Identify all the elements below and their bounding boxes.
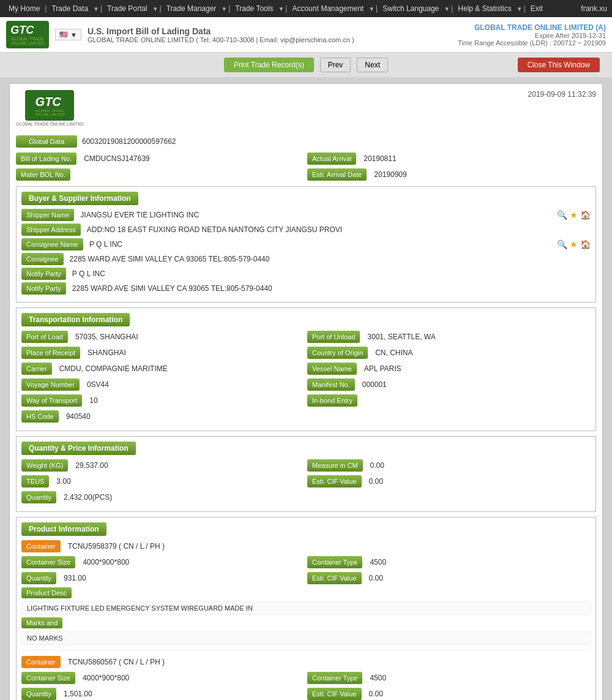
next-button[interactable]: Next: [357, 58, 388, 72]
nav-switch-lang[interactable]: Switch Language: [379, 2, 442, 15]
transport-section: Transportation Information Port of Load …: [16, 307, 596, 431]
carrier-label: Carrier: [21, 363, 52, 375]
mater-bol-row: Mater BOL No. Esti. Arrival Date 2019090…: [16, 168, 596, 181]
receipt-origin-row: Place of Receipt SHANGHAI Country of Ori…: [21, 346, 591, 359]
logo-sub: GLOBAL TRADEONLINE LIMITED: [10, 37, 45, 45]
doc-logo-text: GTC: [35, 95, 65, 109]
quantity-right: [307, 491, 591, 504]
way-of-transport-col: Way of Transport 10: [21, 394, 305, 407]
consignee-search-icon[interactable]: 🔍: [557, 239, 567, 249]
main-content: GTC GLOBAL TRADEONLINE LIMITED GLOBAL TR…: [0, 77, 612, 700]
carrier-value: CMDU, COMPAGNIE MARITIME: [54, 362, 305, 375]
measure-cm-label: Measure in CM: [307, 459, 363, 472]
nav-account-mgmt[interactable]: Account Management: [288, 2, 367, 15]
doc-timestamp: 2019-09-09 11:32:39: [528, 90, 596, 99]
bol-right: Actual Arrival 20190811: [307, 152, 596, 165]
quantity-row: Quantity 2,432.00(PCS): [21, 491, 591, 504]
nav-exit[interactable]: Exit: [527, 2, 547, 15]
c1-qty-col: Quantity 931.00: [21, 571, 305, 585]
shipper-home-icon[interactable]: 🏠: [580, 210, 591, 220]
product-header: Product Information: [21, 522, 106, 536]
buyer-supplier-section: Buyer & Supplier Information Shipper Nam…: [16, 186, 596, 303]
c2-cif-col: Esti. CIF Value 0.00: [307, 687, 591, 700]
print-button[interactable]: Print Trade Record(s): [224, 58, 314, 72]
logo-text: GTC: [10, 24, 45, 37]
flag-selector[interactable]: 🇺🇸 ▼: [55, 29, 81, 40]
c2-type-col: Container Type 4500: [307, 671, 591, 685]
shipper-address-label: Shipper Address: [21, 224, 81, 236]
bol-label: Bill of Lading No.: [16, 152, 76, 165]
country-of-origin-label: Country of Origin: [307, 347, 368, 359]
nav-trade-data[interactable]: Trade Data: [48, 2, 92, 15]
hs-code-right: [307, 410, 591, 423]
container2-id-row: Container TCNU5860567 ( CN / L / PH ): [21, 650, 591, 669]
shipper-star-icon[interactable]: ★: [570, 210, 578, 220]
carrier-vessel-row: Carrier CMDU, COMPAGNIE MARITIME Vessel …: [21, 362, 591, 375]
voyage-manifest-row: Voyage Number 0SV44 Manifest No. 000001: [21, 378, 591, 391]
container1-type-value: 4500: [365, 555, 591, 569]
nav-my-home[interactable]: My Home: [5, 2, 43, 15]
page-title: U.S. Import Bill of Lading Data: [88, 26, 354, 36]
container1-label: Container: [21, 540, 61, 552]
marks1-value: NO MARKS: [21, 631, 591, 645]
nav-trade-tools[interactable]: Trade Tools: [231, 2, 277, 15]
document-card: GTC GLOBAL TRADEONLINE LIMITED GLOBAL TR…: [9, 83, 603, 700]
c1-size-col: Container Size 4000*900*800: [21, 555, 305, 569]
doc-logo-img: GTC GLOBAL TRADEONLINE LIMITED: [25, 90, 74, 121]
voyage-number-label: Voyage Number: [21, 378, 80, 391]
nav-trade-manager[interactable]: Trade Manager: [163, 2, 220, 15]
actual-arrival-value: 20190811: [359, 152, 596, 165]
shipper-name-row: Shipper Name JIANGSU EVER TIE LIGHTING I…: [21, 209, 591, 221]
flag-dropdown-icon: ▼: [70, 31, 77, 39]
notify-party1-row: Notify Party P Q L INC: [21, 268, 591, 280]
container1-cif-label: Esti. CIF Value: [307, 572, 362, 584]
doc-logo-company: GLOBAL TRADE ONLINE LIMITED: [16, 122, 84, 126]
nav-help-stats[interactable]: Help & Statistics: [454, 2, 515, 15]
shipper-name-label: Shipper Name: [21, 209, 74, 221]
consignee-full: Consignee 2285 WARD AVE SIMI VALLEY CA 9…: [21, 253, 591, 265]
esti-cif-value: 0.00: [364, 475, 591, 488]
global-data-value: 60032019081200000597662: [77, 135, 596, 148]
global-data-label: Global Data: [16, 135, 77, 148]
shipper-address-full: Shipper Address ADD:NO 18 EAST FUXING RO…: [21, 224, 591, 236]
page-header: GTC GLOBAL TRADEONLINE LIMITED 🇺🇸 ▼ U.S.…: [0, 17, 612, 53]
carrier-col: Carrier CMDU, COMPAGNIE MARITIME: [21, 362, 305, 375]
header-left: GTC GLOBAL TRADEONLINE LIMITED 🇺🇸 ▼ U.S.…: [6, 21, 354, 48]
esti-cif-col: Esti. CIF Value 0.00: [307, 475, 591, 488]
product-desc1-value: LIGHTING FIXTURE LED EMERGENCY SYSTEM WI…: [21, 601, 591, 615]
shipper-icons: 🔍 ★ 🏠: [557, 210, 591, 220]
consignee-value: 2285 WARD AVE SIMI VALLEY CA 93065 TEL:8…: [66, 253, 591, 265]
way-of-transport-value: 10: [84, 394, 305, 407]
notify-party1-full: Notify Party P Q L INC: [21, 268, 591, 280]
c1-cif-col: Esti. CIF Value 0.00: [307, 571, 591, 585]
user-display: frank.xu: [581, 4, 607, 13]
consignee-home-icon[interactable]: 🏠: [580, 239, 591, 249]
flag-icon: 🇺🇸: [59, 31, 68, 39]
esti-arrival-value: 20190909: [369, 168, 596, 181]
receipt-col: Place of Receipt SHANGHAI: [21, 346, 305, 359]
notify-party2-value: 2285 WARD AVE SIMI VALLEY CA 93065 TEL:8…: [69, 282, 591, 295]
place-of-receipt-label: Place of Receipt: [21, 347, 80, 359]
port-load-col: Port of Load 57035, SHANGHAI: [21, 330, 305, 344]
manifest-no-label: Manifest No.: [307, 378, 355, 391]
consignee-name-value: P Q L INC: [86, 238, 552, 250]
mater-bol-left: Mater BOL No.: [16, 168, 305, 181]
container1-size-value: 4000*900*800: [78, 555, 305, 569]
container1-size-label: Container Size: [21, 556, 75, 568]
port-row: Port of Load 57035, SHANGHAI Port of Unl…: [21, 330, 591, 344]
measure-cm-value: 0.00: [365, 459, 591, 472]
header-right: GLOBAL TRADE ONLINE LIMITED (A) Expire A…: [458, 23, 606, 47]
shipper-search-icon[interactable]: 🔍: [557, 210, 567, 220]
nav-trade-portal[interactable]: Trade Portal: [103, 2, 151, 15]
voyage-col: Voyage Number 0SV44: [21, 378, 305, 391]
top-navigation: My Home | Trade Data ▼ | Trade Portal ▼ …: [0, 0, 612, 17]
container1-id-row: Container TCNU5958379 ( CN / L / PH ): [21, 540, 591, 553]
close-button[interactable]: Close This Window: [518, 58, 600, 72]
consignee-name-full: Consignee Name P Q L INC 🔍 ★ 🏠: [21, 238, 591, 250]
hs-code-label: HS Code: [21, 410, 59, 423]
consignee-name-label: Consignee Name: [21, 238, 83, 250]
prev-button[interactable]: Prev: [320, 58, 351, 72]
container2-label: Container: [21, 656, 61, 668]
consignee-star-icon[interactable]: ★: [570, 239, 578, 249]
shipper-name-value: JIANGSU EVER TIE LIGHTING INC: [76, 209, 552, 221]
